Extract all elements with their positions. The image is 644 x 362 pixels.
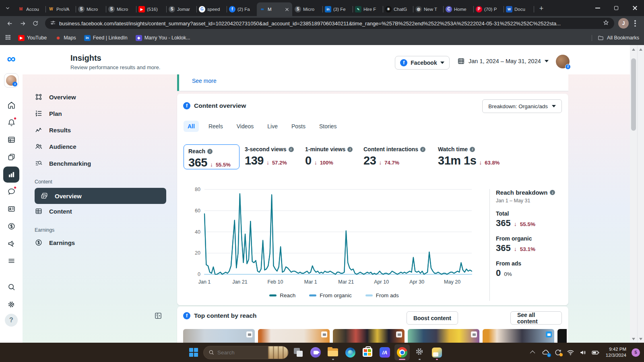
tab-stories[interactable]: Stories xyxy=(315,121,341,132)
browser-tab[interactable]: SMicro xyxy=(106,2,136,16)
meta-logo[interactable]: ∞ xyxy=(7,48,15,69)
notifications-icon[interactable] xyxy=(3,115,19,131)
edge-button[interactable] xyxy=(343,344,358,360)
apps-grid-icon[interactable] xyxy=(5,34,11,42)
metric-watch-time[interactable]: Watch timei 31m 1s↓63.8% xyxy=(438,146,500,167)
file-explorer-button[interactable] xyxy=(325,344,341,360)
collapse-nav-icon[interactable] xyxy=(154,311,162,322)
monetization-icon[interactable] xyxy=(3,218,19,234)
insights-icon-active[interactable] xyxy=(3,167,19,183)
bookmark-loklok[interactable]: ◆Marry You - Loklok... xyxy=(132,33,194,43)
browser-profile-avatar[interactable]: J xyxy=(618,18,629,29)
nav-item-overview[interactable]: Overview xyxy=(35,93,76,101)
gallery-app-button[interactable] xyxy=(429,344,444,360)
browser-tab[interactable]: MAccou xyxy=(15,2,45,16)
metric-1-minute-views[interactable]: 1-minute viewsi 0↓100% xyxy=(305,146,353,167)
metric-content-interactions[interactable]: Content interactionsi 23↓74.7% xyxy=(363,146,425,167)
legend-from-organic[interactable]: From organic xyxy=(309,292,352,298)
metric-reach-selected[interactable]: Reachi 365↓55.5% xyxy=(184,144,239,169)
browser-tab[interactable]: SMicro xyxy=(292,2,322,16)
search-highlight-image[interactable] xyxy=(268,346,288,359)
see-all-content-button[interactable]: See all content xyxy=(510,311,562,325)
close-button[interactable] xyxy=(625,0,644,16)
wifi-icon[interactable] xyxy=(566,348,576,357)
nav-item-plan[interactable]: Plan xyxy=(35,109,62,117)
browser-tab[interactable]: SMicro xyxy=(76,2,106,16)
browser-menu-icon[interactable] xyxy=(634,20,636,27)
all-bookmarks-button[interactable]: All Bookmarks xyxy=(592,35,639,41)
bookmark-star-icon[interactable] xyxy=(603,19,609,28)
browser-tab[interactable]: f(2) Fa xyxy=(227,2,257,16)
page-avatar[interactable]: f xyxy=(4,73,19,88)
browser-tab[interactable]: WProVA xyxy=(45,2,76,16)
see-more-link[interactable]: See more xyxy=(192,78,217,84)
search-input[interactable] xyxy=(217,350,262,356)
scroll-up-arrow[interactable] xyxy=(632,48,635,51)
legend-reach[interactable]: Reach xyxy=(269,292,295,298)
nav-item-results[interactable]: Results xyxy=(35,126,71,134)
boost-content-button[interactable]: Boost content xyxy=(407,311,458,325)
browser-tab[interactable]: P(70) P xyxy=(473,2,504,16)
search-icon[interactable] xyxy=(3,279,19,295)
nav-item-content[interactable]: Content xyxy=(35,207,72,215)
tab-live[interactable]: Live xyxy=(263,121,282,132)
reload-icon[interactable] xyxy=(30,18,41,29)
tray-chevron-up-icon[interactable] xyxy=(528,348,538,357)
nav-item-content-overview-active[interactable]: Overview xyxy=(35,188,166,204)
account-avatar[interactable]: f xyxy=(556,55,570,68)
nav-item-earnings[interactable]: Earnings xyxy=(35,239,75,247)
nav-item-audience[interactable]: Audience xyxy=(35,142,76,150)
tab-reels[interactable]: Reels xyxy=(204,121,227,132)
scroll-up-arrow[interactable] xyxy=(639,48,642,51)
volume-icon[interactable] xyxy=(578,348,588,357)
content-icon[interactable] xyxy=(3,149,19,165)
settings-app-button[interactable] xyxy=(412,344,427,360)
page-selector-button[interactable]: f Facebook xyxy=(395,56,450,70)
site-settings-icon[interactable] xyxy=(50,20,56,27)
settings-gear-icon[interactable] xyxy=(3,296,19,313)
new-tab-button[interactable]: + xyxy=(536,3,547,14)
info-icon[interactable]: i xyxy=(289,147,294,152)
date-range-selector[interactable]: Jan 1, 2024 – May 31, 2024 xyxy=(457,57,549,65)
browser-tab[interactable]: in(3) Fe xyxy=(322,2,353,16)
help-icon[interactable]: ? xyxy=(5,314,18,327)
all-tools-icon[interactable] xyxy=(3,253,19,269)
scroll-down-arrow[interactable] xyxy=(632,338,635,340)
planner-icon[interactable] xyxy=(3,132,19,148)
home-icon[interactable] xyxy=(3,97,19,113)
task-view-button[interactable] xyxy=(291,344,306,360)
browser-tab[interactable]: Gspeed xyxy=(196,2,227,16)
taskbar-search[interactable] xyxy=(203,346,289,359)
url-bar[interactable]: business.facebook.com/latest/insights/co… xyxy=(45,18,614,29)
breakdown-dropdown[interactable]: Breakdown: Organic/ads xyxy=(482,99,562,113)
info-icon[interactable]: i xyxy=(470,147,475,152)
minimize-button[interactable] xyxy=(588,0,607,16)
ads-icon[interactable] xyxy=(3,236,19,252)
browser-tab-active-meta[interactable]: ∞M xyxy=(257,2,292,16)
legend-from-ads[interactable]: From ads xyxy=(365,292,399,298)
back-icon[interactable] xyxy=(4,18,15,29)
browser-tab[interactable]: CHome xyxy=(443,2,473,16)
inbox-icon[interactable] xyxy=(3,184,19,200)
bookmark-linkedin[interactable]: inFeed | LinkedIn xyxy=(81,33,131,43)
battery-icon[interactable] xyxy=(591,348,601,357)
info-icon[interactable]: i xyxy=(347,147,353,152)
info-icon[interactable]: i xyxy=(420,147,425,152)
browser-tab[interactable]: ▶(516) xyxy=(136,2,166,16)
browser-tab[interactable]: ✎Hire F xyxy=(353,2,383,16)
notification-count-badge[interactable]: 5 xyxy=(632,348,640,357)
maximize-button[interactable] xyxy=(607,0,625,16)
metric-3-second-views[interactable]: 3-second viewsi 139↓57.2% xyxy=(245,146,294,167)
onedrive-icon[interactable]: i xyxy=(541,348,551,357)
video-app-button[interactable] xyxy=(308,344,323,360)
tab-close-icon[interactable] xyxy=(284,6,290,12)
meta-ads-app-button[interactable]: /A xyxy=(377,344,392,360)
tab-all[interactable]: All xyxy=(184,121,199,132)
scrollbar-thumb[interactable] xyxy=(631,58,636,131)
forward-icon[interactable] xyxy=(17,18,28,29)
taskbar-clock[interactable]: 9:42 PM 12/3/2024 xyxy=(606,346,626,358)
tab-videos[interactable]: Videos xyxy=(233,121,258,132)
bookmark-maps[interactable]: ◉Maps xyxy=(52,33,79,43)
scroll-down-arrow[interactable] xyxy=(639,338,642,340)
tab-posts[interactable]: Posts xyxy=(287,121,310,132)
